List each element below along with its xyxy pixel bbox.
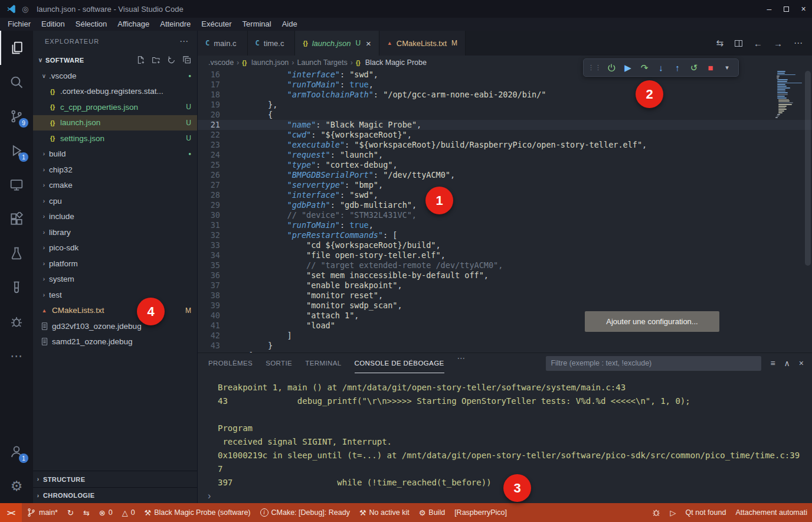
tree-item-vscode[interactable]: ∨.vscode● [33,68,197,84]
tree-item-cpu[interactable]: ›cpu [33,193,197,209]
panel-tab-sortie[interactable]: SORTIE [266,353,292,373]
code-line-28[interactable]: 28 "interface": "swd", [198,190,812,200]
close-button[interactable]: × [795,0,812,18]
more-actions-icon[interactable]: ⋯ [794,38,803,48]
step-into-icon[interactable]: ↓ [653,60,669,76]
activity-run-debug-icon[interactable]: 1 [0,133,33,168]
code-line-41[interactable]: 41 "load" [198,321,812,331]
close-tab-icon[interactable]: × [366,38,371,48]
restart-icon[interactable]: ↺ [686,60,702,76]
maximize-panel-icon[interactable]: ∧ [784,358,790,368]
code-line-20[interactable]: 20 { [198,110,812,120]
maximize-button[interactable] [778,0,795,18]
tree-item-include[interactable]: ›include [33,209,197,225]
step-over-icon[interactable]: ↷ [637,60,652,76]
auto-attach-status[interactable]: Attachement automati [731,503,812,522]
activity-explorer-icon[interactable] [0,31,33,65]
menu-item-affichage[interactable]: Affichage [112,18,155,31]
code-line-18[interactable]: 18 "armToolchainPath": "/opt/gcc-arm-non… [198,90,812,100]
tree-item-pico-sdk[interactable]: ›pico-sdk [33,240,197,256]
tab-main-c[interactable]: Cmain.c [198,31,248,56]
debug-config-status[interactable]: ⚒Black Magic Probe (software) [140,503,256,522]
tree-item-launch-json[interactable]: {}launch.jsonU [33,115,197,131]
tab-time-c[interactable]: Ctime.c [248,31,296,56]
tree-item-system[interactable]: ›system [33,272,197,288]
code-line-43[interactable]: 43 } [198,341,812,351]
minimize-button[interactable]: – [761,0,778,18]
panel-tab-console-de-d-bogage[interactable]: CONSOLE DE DÉBOGAGE [355,353,444,373]
menu-item-terminal[interactable]: Terminal [237,18,277,31]
activity-more-icon[interactable]: ⋯ [0,339,33,373]
code-line-23[interactable]: 23 "executable": "${workspaceRoot}/build… [198,140,812,150]
code-line-40[interactable]: 40 "attach 1", [198,311,812,321]
editor-scrollbar[interactable] [804,70,812,353]
tree-item-cmake[interactable]: ›cmake [33,178,197,194]
power-icon[interactable] [604,60,619,76]
filter-input[interactable] [546,356,761,371]
activity-search-icon[interactable] [0,65,33,99]
breadcrumb-item-launch-targets[interactable]: Launch Targets [297,58,347,67]
continue-icon[interactable]: ▶ [620,60,636,76]
new-folder-icon[interactable] [152,56,161,64]
tree-item-gd32vf103-ozone-jdebug[interactable]: gd32vf103_ozone.jdebug [33,318,197,334]
code-line-21[interactable]: 21 "name": "Black Magic Probe", [198,120,812,130]
build-status[interactable]: ⚙Build [414,503,450,522]
close-panel-icon[interactable]: × [799,358,804,368]
section-chronologie[interactable]: › CHRONOLOGIE [33,487,197,503]
activity-extensions-icon[interactable] [0,202,33,236]
tree-item-samd21-ozone-jdebug[interactable]: samd21_ozone.jdebug [33,334,197,350]
branch-status[interactable]: main* [22,503,63,522]
code-line-24[interactable]: 24 "request": "launch", [198,150,812,160]
activity-remote-explorer-icon[interactable] [0,168,33,202]
panel-tab-terminal[interactable]: TERMINAL [305,353,341,373]
code-line-29[interactable]: 29 "gdbPath": "gdb-multiarch", [198,200,812,210]
code-line-33[interactable]: 33 "cd ${workspaceRoot}/build", [198,240,812,250]
errors-status[interactable]: ⊗0 [94,503,117,522]
drag-handle-icon[interactable]: ⋮⋮ [587,60,603,76]
remote-indicator[interactable]: >< [0,503,22,522]
code-line-36[interactable]: 36 "set mem inaccessible-by-default off"… [198,270,812,280]
code-line-37[interactable]: 37 "enable breakpoint", [198,280,812,291]
new-file-icon[interactable] [136,56,145,64]
explorer-more-icon[interactable]: ⋯ [179,36,189,47]
tree-item-library[interactable]: ›library [33,224,197,240]
tree-item-cmakelists-txt[interactable]: ▲CMakeLists.txtM [33,303,197,319]
activity-test-tube-icon[interactable] [0,270,33,305]
section-structure[interactable]: › STRUCTURE [33,471,197,487]
debug-console-output[interactable]: Breakpoint 1, main () at /mnt/data/git/o… [198,373,812,491]
scrollbar-thumb[interactable] [805,71,811,266]
navigate-forward-icon[interactable]: → [774,38,782,48]
tree-item-chip32[interactable]: ›chip32 [33,162,197,178]
code-line-38[interactable]: 38 "monitor reset", [198,291,812,301]
activity-peripherals-icon[interactable] [0,305,33,339]
menu-item-fichier[interactable]: Fichier [2,18,36,31]
cmake-status[interactable]: iCMake: [Debug]: Ready [256,503,355,522]
code-line-27[interactable]: 27 "servertype": "bmp", [198,180,812,190]
code-line-19[interactable]: 19 }, [198,100,812,110]
chevron-down-icon[interactable]: ▾ [719,60,735,76]
code-line-32[interactable]: 32 "preRestartCommands": [ [198,230,812,240]
tree-item-platform[interactable]: ›platform [33,256,197,272]
tab-launch-json[interactable]: {}launch.jsonU× [295,31,379,56]
activity-testing-icon[interactable] [0,236,33,270]
activity-settings-icon[interactable]: ⚙ [0,469,33,503]
split-editor-icon[interactable] [735,40,742,47]
titlebar-circle-icon[interactable]: ◎ [22,5,28,14]
minimap[interactable] [773,71,804,119]
qt-status[interactable]: Qt not found [681,503,731,522]
debug-target-status[interactable] [647,503,666,522]
code-editor[interactable]: 16 "interface": "swd",17 "runToMain": tr… [198,70,812,353]
collapse-all-icon[interactable] [182,56,191,64]
code-line-34[interactable]: 34 "file open-story-teller.elf", [198,250,812,260]
menu-item-atteindre[interactable]: Atteindre [155,18,196,31]
breadcrumb-item-black-magic-probe[interactable]: {}Black Magic Probe [356,58,427,67]
menu-item-edition[interactable]: Edition [36,18,70,31]
panel-menu-icon[interactable]: ≡ [770,358,775,368]
refresh-icon[interactable] [167,56,176,64]
tree-item-test[interactable]: ›test [33,287,197,303]
code-line-44[interactable]: 44 ] [198,351,812,353]
checkout-status[interactable]: ⇆ [78,503,94,522]
section-header-software[interactable]: ∨ SOFTWARE [33,52,197,68]
code-line-25[interactable]: 25 "type": "cortex-debug", [198,160,812,170]
activity-accounts-icon[interactable]: 1 [0,435,33,469]
